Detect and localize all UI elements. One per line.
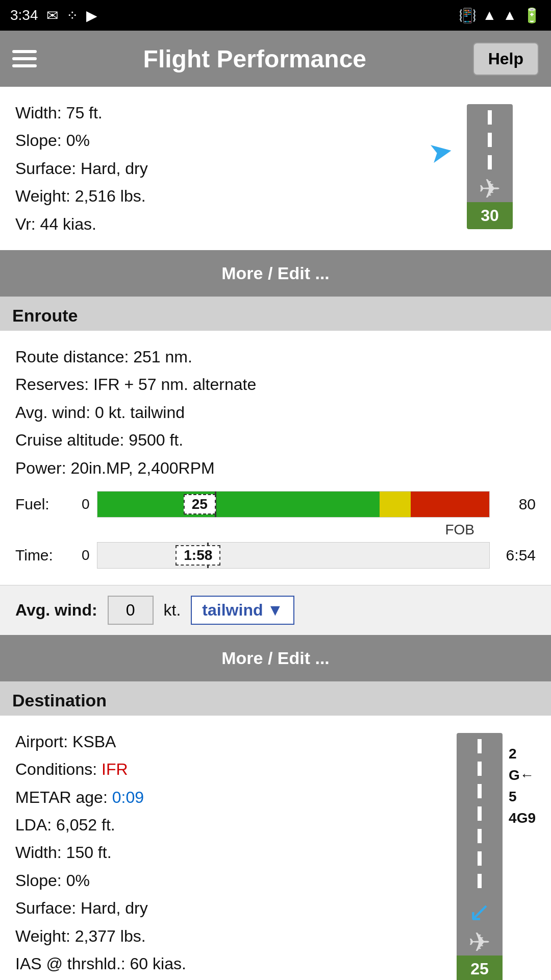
help-button[interactable]: Help (473, 42, 539, 76)
fuel-label: Fuel: (15, 496, 77, 513)
dash (478, 806, 482, 821)
dash (478, 829, 482, 843)
fuel-bar-yellow (380, 492, 411, 517)
runway-number-departure: 30 (467, 202, 513, 229)
dash (478, 851, 482, 866)
dest-slope: Slope: 0% (15, 867, 423, 894)
dest-lda: LDA: 6,052 ft. (15, 811, 423, 839)
enroute-section-label: Enroute (0, 297, 551, 331)
time-bar-row: Time: 0 1:58 6:54 (15, 542, 536, 569)
avg-wind-row: Avg. wind: kt. tailwind ▼ (0, 585, 551, 635)
vibrate-icon: 📳 (459, 7, 477, 24)
play-icon: ▶ (86, 7, 97, 24)
fob-row: FOB (15, 522, 536, 538)
dest-weight: Weight: 2,377 lbs. (15, 922, 423, 950)
dash (488, 133, 492, 147)
mail-icon: ✉ (46, 7, 58, 24)
dash (478, 784, 482, 798)
destination-card: Airport: KSBA Conditions: IFR METAR age:… (0, 716, 551, 980)
departure-card: Width: 75 ft. Slope: 0% Surface: Hard, d… (0, 87, 551, 250)
fuel-end: 80 (495, 496, 536, 513)
departure-runway-visual: ➤ ✈ 30 (444, 104, 536, 229)
dash (478, 874, 482, 888)
wind-dropdown-arrow: ▼ (267, 601, 283, 620)
departure-width: Width: 75 ft. (15, 99, 434, 127)
time-end: 6:54 (495, 547, 536, 564)
departure-vr: Vr: 44 kias. (15, 210, 434, 238)
dest-runway-dashes (457, 733, 503, 894)
fuel-marker-value: 25 (184, 494, 216, 514)
app-header: Flight Performance Help (0, 31, 551, 87)
runway-dashes (467, 104, 513, 176)
fuel-bar-red (411, 492, 489, 517)
time-label: Time: (15, 547, 77, 564)
departure-weight: Weight: 2,516 lbs. (15, 182, 434, 210)
wind-unit: kt. (164, 601, 181, 620)
dest-conditions: Conditions: IFR (15, 755, 423, 783)
enroute-card: Route distance: 251 nm. Reserves: IFR + … (0, 331, 551, 585)
dest-airplane-icon: ✈ (457, 929, 503, 955)
menu-line-2 (12, 57, 37, 60)
runway-side-numbers: 2 G← 5 4G9 (509, 743, 536, 829)
cruise-altitude: Cruise altitude: 9500 ft. (15, 426, 536, 454)
fuel-bar-row: Fuel: 0 25 80 (15, 491, 536, 518)
dest-width: Width: 150 ft. (15, 839, 423, 866)
destination-details: Airport: KSBA Conditions: IFR METAR age:… (15, 728, 423, 978)
destination-runway-visual: 2 G← 5 4G9 ↙ ✈ 25 (423, 733, 536, 980)
dash (488, 155, 492, 169)
wind-direction-label: tailwind (202, 601, 263, 620)
fob-label: FOB (445, 522, 474, 538)
enroute-details: Route distance: 251 nm. Reserves: IFR + … (15, 343, 536, 482)
side-num-g: G← (509, 765, 536, 786)
fuel-start: 0 (82, 496, 90, 512)
fuel-bar-green (97, 492, 380, 517)
time-start: 0 (82, 547, 90, 564)
airplane-icon: ✈ (467, 176, 513, 202)
time-display: 3:34 (10, 7, 38, 23)
status-bar: 3:34 ✉ ⁘ ▶ 📳 ▲ ▲ 🔋 (0, 0, 551, 31)
time-bar: 1:58 (97, 542, 490, 569)
reserves: Reserves: IFR + 57 nm. alternate (15, 371, 536, 398)
signal-icon: ▲ (503, 7, 517, 23)
dest-approach-arrow: ↙ (457, 894, 503, 929)
avg-wind-info: Avg. wind: 0 kt. tailwind (15, 399, 536, 426)
menu-line-3 (12, 64, 37, 67)
dest-metar: METAR age: 0:09 (15, 783, 423, 811)
destination-info: Airport: KSBA Conditions: IFR METAR age:… (15, 728, 423, 978)
avg-wind-label: Avg. wind: (15, 601, 97, 620)
dash (478, 762, 482, 776)
app-title: Flight Performance (143, 45, 366, 73)
dest-metar-age-value: 0:09 (112, 788, 144, 806)
dash (478, 739, 482, 753)
departure-surface: Surface: Hard, dry (15, 155, 434, 182)
wifi-icon: ▲ (483, 7, 497, 23)
wind-direction-select[interactable]: tailwind ▼ (191, 596, 294, 625)
departure-info: Width: 75 ft. Slope: 0% Surface: Hard, d… (15, 99, 434, 238)
fuel-section: Fuel: 0 25 80 FOB Time: 0 (15, 491, 536, 569)
dest-runway-number: 25 (457, 955, 503, 980)
battery-icon: 🔋 (523, 7, 541, 24)
wind-value-input[interactable] (108, 596, 154, 625)
dest-ias: IAS @ thrshld.: 60 kias. (15, 950, 423, 977)
dots-icon: ⁘ (66, 7, 78, 24)
side-num-4g9: 4G9 (509, 807, 536, 829)
status-left: 3:34 ✉ ⁘ ▶ (10, 7, 97, 24)
enroute-more-edit-button[interactable]: More / Edit ... (0, 635, 551, 681)
departure-details: Width: 75 ft. Slope: 0% Surface: Hard, d… (15, 99, 434, 238)
side-num-2: 2 (509, 743, 536, 765)
dest-surface: Surface: Hard, dry (15, 894, 423, 922)
runway-body: ✈ (467, 104, 513, 202)
dest-airport: Airport: KSBA (15, 728, 423, 755)
time-marker-value: 1:58 (176, 545, 220, 566)
fuel-bar: 25 (97, 491, 490, 518)
dest-runway-body: ↙ ✈ (457, 733, 503, 955)
destination-section-label: Destination (0, 681, 551, 716)
power: Power: 20in.MP, 2,400RPM (15, 454, 536, 482)
menu-button[interactable] (12, 50, 37, 67)
dest-conditions-value: IFR (102, 760, 128, 778)
departure-slope: Slope: 0% (15, 127, 434, 154)
side-num-5: 5 (509, 786, 536, 807)
status-right: 📳 ▲ ▲ 🔋 (459, 7, 541, 24)
departure-more-edit-button[interactable]: More / Edit ... (0, 250, 551, 297)
approach-arrow-icon: ➤ (426, 133, 456, 169)
